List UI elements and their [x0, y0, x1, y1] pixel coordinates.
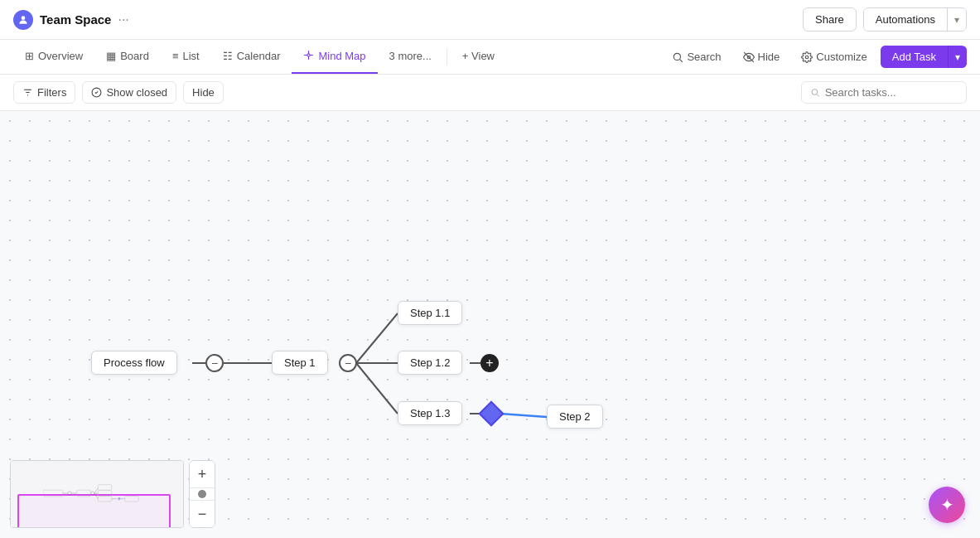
top-bar-actions: Share Automations ▾ — [803, 7, 967, 32]
step12-label: Step 1.2 — [410, 356, 450, 369]
step12-node[interactable]: Step 1.2 — [398, 351, 462, 375]
svg-line-36 — [94, 493, 98, 499]
zoom-controls: + − — [189, 460, 215, 528]
filters-button[interactable]: Filters — [13, 81, 75, 104]
svg-rect-30 — [77, 490, 90, 497]
workspace-icon — [13, 10, 33, 30]
tab-more[interactable]: 3 more... — [378, 40, 443, 74]
svg-point-28 — [68, 492, 71, 495]
svg-line-7 — [680, 59, 683, 61]
add-task-group: Add Task ▾ — [881, 46, 967, 68]
mindmap-canvas: Process flow Step 1 Step 1.1 Step 1.2 + … — [0, 111, 980, 538]
svg-line-32 — [94, 488, 98, 494]
search-box[interactable] — [801, 81, 967, 104]
tab-calendar-label: Calendar — [237, 50, 281, 62]
svg-point-1 — [307, 53, 310, 56]
add-view-label: + View — [462, 50, 495, 62]
process-flow-node[interactable]: Process flow — [91, 351, 177, 375]
show-closed-label: Show closed — [106, 86, 167, 99]
svg-line-20 — [356, 313, 398, 363]
svg-rect-26 — [43, 490, 63, 497]
sparkle-button[interactable]: ✦ — [929, 487, 965, 523]
nav-separator — [447, 49, 447, 65]
step1-collapse[interactable] — [339, 354, 357, 372]
svg-point-10 — [806, 56, 809, 59]
minimap — [10, 460, 184, 528]
customize-button[interactable]: Customize — [793, 46, 875, 67]
svg-point-15 — [812, 90, 818, 95]
hide-nav-button[interactable]: Hide — [735, 46, 789, 67]
eye-icon — [743, 51, 755, 63]
show-closed-button[interactable]: Show closed — [82, 81, 176, 104]
step13-label: Step 1.3 — [410, 407, 450, 419]
hide-toolbar-button[interactable]: Hide — [183, 81, 224, 104]
step2-node[interactable]: Step 2 — [547, 405, 603, 429]
step1-label: Step 1 — [284, 356, 316, 369]
share-button[interactable]: Share — [803, 7, 857, 32]
automations-group: Automations ▾ — [863, 7, 967, 32]
tab-mindmap-label: Mind Map — [318, 50, 365, 62]
sparkle-icon: ✦ — [940, 495, 954, 515]
nav-actions: Search Hide Customize Add Task ▾ — [664, 46, 967, 68]
step11-node[interactable]: Step 1.1 — [398, 301, 462, 325]
overview-icon: ⊞ — [25, 50, 34, 62]
toolbar: Filters Show closed Hide — [0, 75, 980, 111]
minimap-content — [43, 482, 151, 507]
tab-calendar[interactable]: ☷ Calendar — [211, 40, 292, 74]
filter-icon — [22, 87, 33, 98]
filters-label: Filters — [37, 86, 66, 99]
step1-node[interactable]: Step 1 — [272, 351, 328, 375]
tab-board[interactable]: ▦ Board — [94, 40, 161, 74]
workspace-title: Team Space — [40, 12, 111, 27]
search-icon — [672, 51, 683, 63]
add-task-chevron-button[interactable]: ▾ — [949, 46, 967, 68]
hide-nav-label: Hide — [758, 51, 780, 63]
add-task-button[interactable]: Add Task — [881, 46, 949, 68]
search-nav-label: Search — [687, 51, 721, 63]
tab-overview[interactable]: ⊞ Overview — [13, 40, 94, 74]
tab-board-label: Board — [120, 50, 149, 62]
check-circle-icon — [91, 87, 102, 98]
svg-point-0 — [22, 16, 26, 20]
list-icon: ≡ — [172, 50, 179, 62]
tab-overview-label: Overview — [38, 50, 83, 62]
step12-add[interactable]: + — [480, 354, 499, 372]
process-flow-collapse[interactable] — [205, 354, 224, 372]
svg-rect-35 — [98, 491, 111, 497]
svg-point-31 — [91, 492, 94, 495]
minimap-inner — [11, 461, 183, 527]
step13-node[interactable]: Step 1.3 — [398, 401, 462, 425]
search-icon — [810, 87, 820, 98]
svg-point-6 — [674, 53, 681, 60]
step13-expand[interactable] — [478, 400, 504, 426]
svg-line-22 — [356, 363, 398, 414]
workspace-section: Team Space ··· — [13, 10, 129, 30]
svg-line-25 — [500, 414, 547, 417]
add-view-button[interactable]: + View — [451, 40, 506, 74]
gear-icon — [801, 51, 813, 63]
step2-label: Step 2 — [559, 410, 591, 423]
svg-line-16 — [817, 95, 819, 97]
tab-more-label: 3 more... — [389, 50, 432, 62]
top-bar: Team Space ··· Share Automations ▾ — [0, 0, 980, 40]
zoom-divider — [190, 487, 215, 488]
svg-rect-41 — [125, 497, 138, 502]
svg-rect-37 — [98, 497, 111, 502]
zoom-out-button[interactable]: − — [189, 501, 215, 527]
zoom-in-button[interactable]: + — [189, 461, 215, 487]
tab-mindmap[interactable]: Mind Map — [292, 40, 377, 74]
mindmap-icon — [303, 50, 314, 63]
board-icon: ▦ — [106, 50, 116, 62]
hide-toolbar-label: Hide — [192, 86, 215, 99]
automations-chevron-button[interactable]: ▾ — [948, 9, 966, 31]
automations-button[interactable]: Automations — [864, 8, 948, 31]
tab-list[interactable]: ≡ List — [161, 40, 211, 74]
process-flow-label: Process flow — [104, 356, 165, 369]
customize-label: Customize — [816, 51, 867, 63]
search-nav-button[interactable]: Search — [664, 46, 729, 67]
nav-tabs: ⊞ Overview ▦ Board ≡ List ☷ Calendar Min… — [0, 40, 980, 75]
zoom-handle[interactable] — [198, 490, 206, 498]
workspace-more-button[interactable]: ··· — [118, 12, 128, 27]
step11-label: Step 1.1 — [410, 307, 450, 319]
search-input[interactable] — [825, 86, 958, 99]
